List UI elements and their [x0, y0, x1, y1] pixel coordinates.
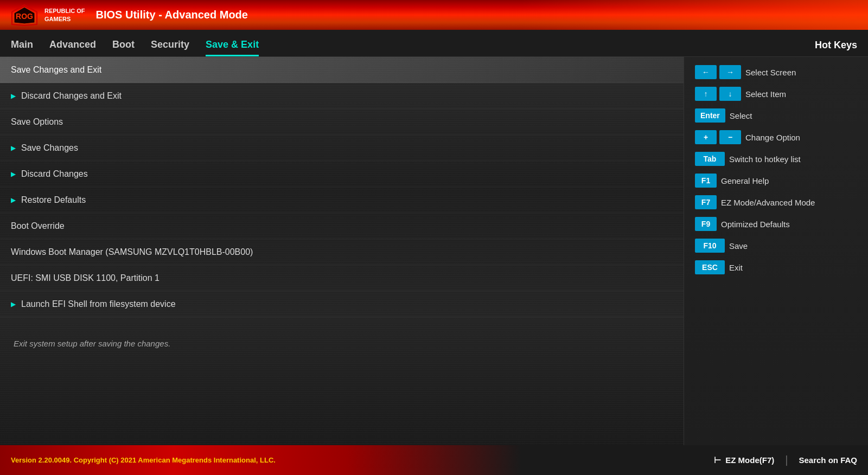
hotkey-tab: Tab Switch to hotkey list	[695, 152, 857, 166]
menu-item-uefi-usb[interactable]: UEFI: SMI USB DISK 1100, Partition 1	[0, 265, 684, 291]
search-faq-button[interactable]: Search on FAQ	[799, 455, 857, 465]
footer-right: ⊢ EZ Mode(F7) | Search on FAQ	[714, 454, 857, 466]
hotkey-plus-btn: +	[695, 130, 717, 144]
tab-advanced[interactable]: Advanced	[49, 35, 96, 56]
hotkey-select-screen: ← → Select Screen	[695, 65, 857, 79]
ez-mode-icon: ⊢	[714, 455, 721, 465]
menu-item-windows-boot[interactable]: Windows Boot Manager (SAMSUNG MZVLQ1T0HB…	[0, 239, 684, 265]
hotkey-right-btn: →	[719, 65, 741, 79]
menu-item-save-changes[interactable]: Save Changes	[0, 135, 684, 161]
hotkey-f1: F1 General Help	[695, 174, 857, 188]
hotkey-select-item: ↑ ↓ Select Item	[695, 87, 857, 101]
footer: Version 2.20.0049. Copyright (C) 2021 Am…	[0, 445, 868, 475]
svg-text:ROG: ROG	[16, 12, 33, 21]
hotkey-minus-btn: −	[719, 130, 741, 144]
rog-logo-icon: ROG	[11, 4, 38, 27]
bios-title: BIOS Utility - Advanced Mode	[96, 9, 248, 21]
footer-version: Version 2.20.0049. Copyright (C) 2021 Am…	[11, 456, 276, 464]
hotkey-up-btn: ↑	[695, 87, 717, 101]
tab-save-exit[interactable]: Save & Exit	[206, 35, 259, 56]
right-panel: ← → Select Screen ↑ ↓ Select Item Enter …	[684, 57, 868, 445]
hotkey-f7-btn: F7	[695, 195, 717, 209]
hot-keys-heading: Hot Keys	[815, 40, 857, 56]
logo-area: ROG REPUBLIC OF GAMERS	[11, 4, 85, 27]
nav-tabs: Main Advanced Boot Security Save & Exit …	[0, 30, 868, 57]
hotkey-down-btn: ↓	[719, 87, 741, 101]
menu-item-restore-defaults[interactable]: Restore Defaults	[0, 187, 684, 213]
hotkey-f1-btn: F1	[695, 174, 717, 188]
main-content: Save Changes and Exit Discard Changes an…	[0, 57, 868, 445]
hotkey-f9: F9 Optimized Defaults	[695, 217, 857, 231]
tab-boot[interactable]: Boot	[112, 35, 135, 56]
description-area: Exit system setup after saving the chang…	[0, 328, 684, 359]
hotkey-f10: F10 Save	[695, 239, 857, 253]
hotkey-arrows-lr: ← →	[695, 65, 741, 79]
hotkey-enter-btn: Enter	[695, 108, 725, 123]
hotkey-left-btn: ←	[695, 65, 717, 79]
hotkey-plus-minus: + −	[695, 130, 741, 144]
hotkey-change-option: + − Change Option	[695, 130, 857, 144]
hotkey-arrows-ud: ↑ ↓	[695, 87, 741, 101]
hotkey-f10-btn: F10	[695, 239, 725, 253]
left-panel: Save Changes and Exit Discard Changes an…	[0, 57, 684, 445]
ez-mode-button[interactable]: ⊢ EZ Mode(F7)	[714, 455, 774, 465]
menu-item-save-changes-exit[interactable]: Save Changes and Exit	[0, 57, 684, 83]
menu-item-launch-efi[interactable]: Launch EFI Shell from filesystem device	[0, 291, 684, 317]
hotkey-f9-btn: F9	[695, 217, 717, 231]
hotkey-f7: F7 EZ Mode/Advanced Mode	[695, 195, 857, 209]
hotkey-select: Enter Select	[695, 108, 857, 123]
brand-text: REPUBLIC OF GAMERS	[44, 7, 85, 23]
menu-item-discard-changes-exit[interactable]: Discard Changes and Exit	[0, 83, 684, 109]
tab-main[interactable]: Main	[11, 35, 33, 56]
header-bar: ROG REPUBLIC OF GAMERS BIOS Utility - Ad…	[0, 0, 868, 30]
menu-item-save-options[interactable]: Save Options	[0, 109, 684, 135]
hotkey-tab-btn: Tab	[695, 152, 725, 166]
hotkey-esc: ESC Exit	[695, 260, 857, 274]
hotkey-esc-btn: ESC	[695, 260, 725, 274]
footer-divider: |	[785, 454, 788, 466]
tab-security[interactable]: Security	[151, 35, 189, 56]
menu-item-discard-changes[interactable]: Discard Changes	[0, 161, 684, 187]
menu-item-boot-override[interactable]: Boot Override	[0, 213, 684, 239]
